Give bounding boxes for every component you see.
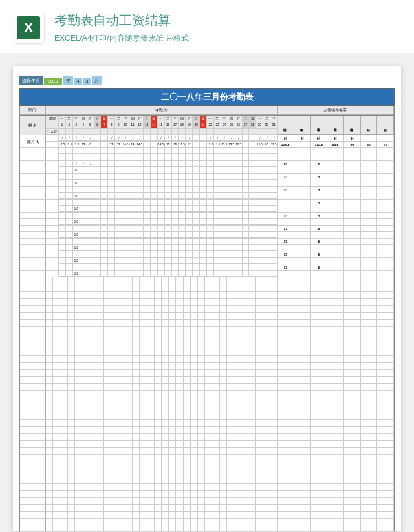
data-cell[interactable] [108, 226, 115, 231]
data-cell[interactable] [200, 148, 207, 154]
data-cell[interactable] [270, 180, 278, 186]
stat-cell[interactable] [361, 239, 378, 244]
data-cell[interactable] [101, 232, 108, 238]
stat-cell[interactable] [377, 174, 394, 180]
data-cell[interactable]: 13 [80, 142, 87, 147]
data-cell[interactable] [270, 264, 278, 270]
data-cell[interactable] [129, 245, 136, 251]
stat-cell[interactable] [361, 206, 378, 212]
data-cell[interactable] [94, 148, 102, 154]
stat-cell[interactable]: 26 [278, 161, 294, 167]
data-cell[interactable] [235, 206, 243, 212]
data-cell[interactable] [186, 154, 193, 160]
data-cell[interactable] [122, 264, 129, 270]
data-cell[interactable] [228, 251, 235, 257]
data-cell[interactable] [214, 200, 221, 206]
data-cell[interactable] [243, 219, 250, 225]
data-cell[interactable] [59, 187, 66, 193]
stat-cell[interactable] [361, 187, 378, 193]
data-cell[interactable]: 14.5 [122, 142, 129, 147]
data-cell[interactable] [94, 167, 102, 173]
stat-cell[interactable]: 5 [310, 264, 327, 270]
data-cell[interactable] [101, 148, 108, 154]
data-cell[interactable] [207, 174, 214, 180]
data-cell[interactable] [172, 161, 179, 167]
data-cell[interactable] [158, 200, 165, 206]
data-cell[interactable] [172, 206, 179, 212]
stat-cell[interactable]: 329.5 [278, 142, 294, 147]
data-cell[interactable] [221, 174, 228, 180]
data-cell[interactable] [256, 148, 263, 154]
data-cell[interactable] [221, 226, 228, 231]
data-cell[interactable]: √ [59, 135, 66, 141]
data-cell[interactable] [136, 251, 144, 257]
stat-cell[interactable]: 时 [344, 135, 361, 141]
data-cell[interactable] [214, 258, 221, 264]
data-cell[interactable] [144, 206, 151, 212]
data-cell[interactable] [73, 264, 80, 270]
data-cell[interactable] [87, 264, 94, 270]
data-cell[interactable] [200, 232, 207, 238]
data-cell[interactable] [144, 180, 151, 186]
data-cell[interactable] [73, 174, 80, 180]
data-cell[interactable] [73, 239, 80, 244]
data-cell[interactable] [256, 251, 263, 257]
stat-cell[interactable]: 13 [278, 213, 294, 218]
data-cell[interactable] [256, 167, 263, 173]
data-cell[interactable] [73, 187, 80, 193]
data-cell[interactable] [108, 161, 115, 167]
data-cell[interactable] [144, 161, 151, 167]
data-cell[interactable] [59, 206, 66, 212]
stat-cell[interactable] [278, 219, 294, 225]
data-cell[interactable] [151, 251, 158, 257]
data-cell[interactable] [59, 167, 66, 173]
data-cell[interactable] [270, 219, 278, 225]
data-cell[interactable] [158, 251, 165, 257]
data-cell[interactable] [136, 232, 144, 238]
data-cell[interactable] [94, 135, 102, 141]
data-cell[interactable] [256, 232, 263, 238]
data-cell[interactable] [129, 200, 136, 206]
data-cell[interactable] [193, 251, 200, 257]
data-cell[interactable] [200, 239, 207, 244]
data-cell[interactable]: √ [87, 161, 94, 167]
data-cell[interactable] [66, 174, 73, 180]
data-cell[interactable] [235, 232, 243, 238]
data-cell[interactable] [200, 245, 207, 251]
stat-cell[interactable] [327, 251, 344, 257]
data-cell[interactable] [228, 187, 235, 193]
data-cell[interactable] [235, 154, 243, 160]
data-cell[interactable]: 11.5 [214, 142, 221, 147]
data-cell[interactable] [136, 154, 144, 160]
data-cell[interactable] [186, 148, 193, 154]
stat-cell[interactable]: 5 [310, 226, 327, 231]
stat-cell[interactable] [327, 258, 344, 264]
data-cell[interactable] [200, 135, 207, 141]
data-cell[interactable] [172, 245, 179, 251]
data-cell[interactable] [80, 219, 87, 225]
data-cell[interactable] [249, 154, 256, 160]
data-cell[interactable] [200, 187, 207, 193]
data-cell[interactable] [193, 258, 200, 264]
data-cell[interactable]: √ [108, 135, 115, 141]
data-cell[interactable] [193, 226, 200, 231]
data-cell[interactable] [136, 245, 144, 251]
data-cell[interactable]: √ [73, 135, 80, 141]
data-cell[interactable] [243, 200, 250, 206]
data-cell[interactable] [165, 226, 172, 231]
data-cell[interactable] [186, 245, 193, 251]
stat-cell[interactable]: 5 [310, 187, 327, 193]
stat-cell[interactable] [310, 148, 327, 154]
data-cell[interactable] [115, 200, 122, 206]
data-cell[interactable] [228, 193, 235, 199]
data-cell[interactable] [172, 187, 179, 193]
data-cell[interactable] [270, 271, 278, 277]
stat-cell[interactable] [361, 271, 378, 277]
data-cell[interactable]: 11.5 [179, 142, 186, 147]
data-cell[interactable] [249, 213, 256, 218]
data-cell[interactable]: 9.5 [263, 142, 270, 147]
data-cell[interactable] [80, 245, 87, 251]
data-cell[interactable] [256, 245, 263, 251]
data-cell[interactable] [94, 271, 102, 277]
data-cell[interactable] [115, 271, 122, 277]
